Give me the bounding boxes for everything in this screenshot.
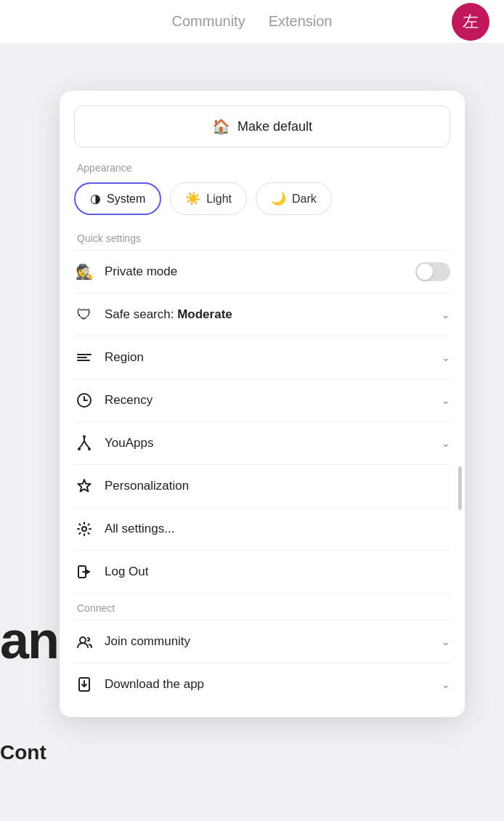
settings-panel: 🏠 Make default Appearance ◑ System ☀️ Li…	[60, 91, 465, 717]
bg-text-cont: Cont	[0, 741, 46, 764]
all-settings-icon	[74, 519, 94, 539]
youapps-icon	[74, 433, 94, 453]
log-out-item[interactable]: Log Out	[60, 551, 465, 593]
appearance-section-label: Appearance	[60, 162, 465, 182]
personalization-item[interactable]: Personalization	[60, 465, 465, 507]
svg-line-8	[84, 441, 86, 445]
safe-search-icon: 🛡	[74, 304, 94, 325]
system-theme-icon: ◑	[90, 191, 101, 206]
extension-nav-link[interactable]: Extension	[269, 13, 333, 30]
top-nav: Community Extension 左	[0, 0, 504, 43]
svg-point-11	[88, 448, 91, 450]
theme-dark-label: Dark	[292, 193, 317, 206]
safe-search-item[interactable]: 🛡 Safe search: Moderate ⌄	[60, 294, 465, 336]
region-label: Region	[105, 350, 442, 365]
personalization-icon	[74, 476, 94, 496]
make-default-label: Make default	[237, 119, 312, 134]
avatar-button[interactable]: 左	[452, 3, 489, 41]
safe-search-chevron: ⌄	[442, 309, 450, 320]
download-app-label: Download the app	[105, 677, 442, 692]
all-settings-item[interactable]: All settings...	[60, 508, 465, 550]
log-out-label: Log Out	[105, 565, 450, 579]
join-community-item[interactable]: Join community ⌄	[60, 620, 465, 663]
dark-theme-icon: 🌙	[271, 191, 286, 206]
connect-section-label: Connect	[60, 594, 465, 620]
private-mode-item[interactable]: 🕵 Private mode	[60, 251, 465, 293]
private-mode-icon: 🕵	[74, 262, 94, 282]
region-chevron: ⌄	[442, 352, 450, 363]
private-mode-right	[415, 262, 450, 281]
make-default-button[interactable]: 🏠 Make default	[74, 105, 450, 147]
join-community-right: ⌄	[442, 636, 450, 647]
download-app-item[interactable]: Download the app ⌄	[60, 663, 465, 705]
safe-search-right: ⌄	[442, 309, 450, 320]
private-mode-label: Private mode	[105, 264, 415, 279]
svg-point-10	[78, 448, 81, 450]
scrollbar[interactable]	[458, 466, 462, 510]
theme-system-button[interactable]: ◑ System	[74, 182, 161, 215]
join-community-icon	[74, 631, 94, 652]
region-right: ⌄	[442, 352, 450, 363]
home-icon: 🏠	[212, 118, 230, 135]
recency-icon	[74, 390, 94, 410]
svg-point-13	[82, 527, 86, 531]
youapps-item[interactable]: YouApps ⌄	[60, 422, 465, 464]
theme-system-label: System	[107, 193, 145, 206]
light-theme-icon: ☀️	[185, 191, 200, 206]
community-nav-link[interactable]: Community	[172, 13, 245, 30]
region-icon	[74, 347, 94, 368]
join-community-label: Join community	[105, 634, 442, 649]
svg-point-16	[80, 637, 86, 643]
download-app-icon	[74, 674, 94, 695]
all-settings-label: All settings...	[105, 522, 450, 536]
youapps-chevron: ⌄	[442, 437, 450, 449]
log-out-icon	[74, 562, 94, 582]
recency-chevron: ⌄	[442, 395, 450, 406]
download-app-right: ⌄	[442, 679, 450, 690]
private-mode-toggle[interactable]	[415, 262, 450, 281]
recency-label: Recency	[105, 393, 442, 408]
recency-item[interactable]: Recency ⌄	[60, 379, 465, 421]
personalization-label: Personalization	[105, 479, 450, 493]
safe-search-label: Safe search: Moderate	[105, 307, 442, 322]
youapps-right: ⌄	[442, 437, 450, 449]
svg-marker-12	[78, 480, 91, 492]
download-app-chevron: ⌄	[442, 679, 450, 690]
svg-point-9	[83, 435, 86, 438]
region-item[interactable]: Region ⌄	[60, 336, 465, 379]
theme-dark-button[interactable]: 🌙 Dark	[256, 182, 332, 215]
quick-settings-section-label: Quick settings	[60, 230, 465, 250]
appearance-row: ◑ System ☀️ Light 🌙 Dark	[60, 182, 465, 230]
theme-light-label: Light	[206, 193, 232, 206]
theme-light-button[interactable]: ☀️ Light	[170, 182, 247, 215]
recency-right: ⌄	[442, 395, 450, 406]
join-community-chevron: ⌄	[442, 636, 450, 647]
youapps-label: YouApps	[105, 436, 442, 450]
